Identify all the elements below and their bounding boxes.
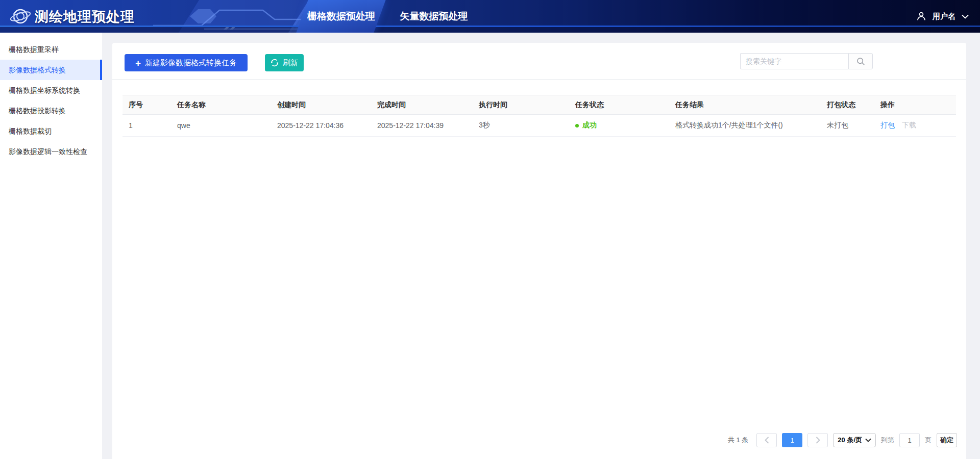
cell-task-name: qwe [171, 115, 271, 137]
cell-created-at: 2025-12-22 17:04:36 [271, 115, 371, 137]
search-bar [740, 53, 873, 69]
cell-actions: 打包 下载 [874, 115, 956, 137]
task-table: 序号 任务名称 创建时间 完成时间 执行时间 任务状态 任务结果 打包状态 操作… [122, 95, 956, 137]
refresh-arrows-icon [271, 59, 279, 67]
goto-confirm-button[interactable]: 确定 [937, 433, 957, 447]
header-bottom-strip [0, 27, 980, 33]
col-package-status: 打包状态 [821, 95, 874, 115]
toolbar: + 新建影像数据格式转换任务 刷新 [112, 43, 966, 80]
page-size-label: 20 条/页 [838, 436, 862, 445]
sidebar-item-raster-projection-convert[interactable]: 栅格数据投影转换 [0, 100, 102, 121]
cell-index: 1 [122, 115, 171, 137]
main-panel: + 新建影像数据格式转换任务 刷新 [112, 43, 966, 459]
sidebar-item-raster-resample[interactable]: 栅格数据重采样 [0, 39, 102, 60]
user-menu[interactable]: 用户名 [916, 0, 969, 33]
person-icon [916, 11, 926, 21]
app-logo [9, 5, 32, 28]
chevron-right-icon [816, 437, 820, 444]
chevron-down-icon [865, 438, 871, 442]
page-number-button[interactable]: 1 [782, 433, 802, 447]
cell-finished-at: 2025-12-22 17:04:39 [371, 115, 473, 137]
new-task-button[interactable]: + 新建影像数据格式转换任务 [125, 54, 248, 71]
cell-status: 成功 [569, 115, 669, 137]
cell-duration: 3秒 [473, 115, 569, 137]
refresh-button[interactable]: 刷新 [265, 54, 304, 71]
cell-package-status: 未打包 [821, 115, 874, 137]
refresh-button-label: 刷新 [283, 58, 298, 68]
download-link[interactable]: 下载 [902, 121, 916, 129]
chevron-down-icon [962, 14, 969, 19]
logo-globe-orbit-icon [9, 5, 32, 28]
sidebar-item-raster-clip[interactable]: 栅格数据裁切 [0, 121, 102, 141]
status-green-dot [575, 124, 579, 128]
goto-page-input[interactable] [899, 433, 920, 447]
new-task-button-label: 新建影像数据格式转换任务 [145, 58, 237, 68]
page-size-select[interactable]: 20 条/页 [833, 433, 876, 447]
col-created-at: 创建时间 [271, 95, 371, 115]
next-page-button[interactable] [807, 433, 828, 447]
app-header: 测绘地理预处理 栅格数据预处理 矢量数据预处理 用户名 [0, 0, 980, 33]
col-status: 任务状态 [569, 95, 669, 115]
sidebar-item-image-logic-check[interactable]: 影像数据逻辑一致性检查 [0, 141, 102, 162]
app-title: 测绘地理预处理 [35, 8, 135, 26]
tab-vector-preprocess-label: 矢量数据预处理 [400, 10, 468, 23]
pagination-total: 共 1 条 [728, 436, 748, 445]
tab-raster-preprocess[interactable]: 栅格数据预处理 [296, 0, 385, 33]
search-button[interactable] [848, 53, 873, 69]
user-name: 用户名 [933, 12, 955, 21]
col-result: 任务结果 [669, 95, 821, 115]
magnifier-icon [856, 57, 865, 66]
status-text: 成功 [582, 121, 597, 130]
cell-result: 格式转换成功1个/共处理1个文件() [669, 115, 821, 137]
sidebar: 栅格数据重采样 影像数据格式转换 栅格数据坐标系统转换 栅格数据投影转换 栅格数… [0, 33, 102, 459]
search-input[interactable] [740, 53, 848, 69]
chevron-left-icon [765, 437, 769, 444]
prev-page-button[interactable] [756, 433, 777, 447]
package-link[interactable]: 打包 [880, 121, 895, 129]
goto-prefix-label: 到第 [881, 436, 894, 445]
sidebar-item-raster-coordinate-convert[interactable]: 栅格数据坐标系统转换 [0, 80, 102, 100]
col-duration: 执行时间 [473, 95, 569, 115]
tab-raster-preprocess-label: 栅格数据预处理 [307, 10, 375, 23]
plus-icon: + [135, 58, 141, 68]
table-row: 1 qwe 2025-12-22 17:04:36 2025-12-22 17:… [122, 115, 956, 137]
goto-suffix-label: 页 [925, 436, 932, 445]
col-task-name: 任务名称 [171, 95, 271, 115]
pagination: 共 1 条 1 20 条/页 到第 页 确定 [728, 433, 957, 447]
sidebar-item-image-format-convert[interactable]: 影像数据格式转换 [0, 60, 102, 80]
tab-vector-preprocess[interactable]: 矢量数据预处理 [396, 0, 472, 33]
col-actions: 操作 [874, 95, 956, 115]
table-header-row: 序号 任务名称 创建时间 完成时间 执行时间 任务状态 任务结果 打包状态 操作 [122, 95, 956, 115]
col-finished-at: 完成时间 [371, 95, 473, 115]
col-index: 序号 [122, 95, 171, 115]
